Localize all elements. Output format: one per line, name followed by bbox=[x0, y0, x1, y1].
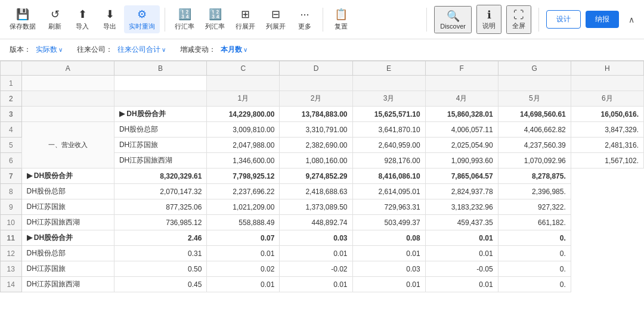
col-g-cell: 4,406,662.82 bbox=[498, 122, 571, 138]
toolbar-sep-4 bbox=[538, 8, 539, 32]
col-a-header: A bbox=[21, 61, 114, 76]
colrate-label: 列汇率 bbox=[205, 22, 225, 31]
table-icon: 📋 bbox=[335, 8, 348, 21]
col-d-cell: 0.02 bbox=[207, 261, 280, 277]
row-number: 1 bbox=[1, 76, 22, 91]
col-g-cell: 14,698,560.61 bbox=[498, 107, 571, 122]
col-c-cell: 2.46 bbox=[114, 230, 206, 246]
refresh-icon: ↺ bbox=[51, 8, 60, 21]
save-button[interactable]: 💾 保存数据 bbox=[5, 5, 41, 33]
rowrate-button[interactable]: 🔢 行汇率 bbox=[170, 5, 199, 33]
col-c-cell: 2,070,147.32 bbox=[114, 184, 206, 199]
col-f-cell: 8,416,086.10 bbox=[352, 168, 425, 184]
report-button[interactable]: 纳报 bbox=[586, 11, 619, 28]
col-f-cell: 729,963.31 bbox=[352, 199, 425, 215]
col-a-cell bbox=[21, 76, 114, 91]
col-e-cell: 0.01 bbox=[280, 277, 352, 292]
col-c-cell: 1,346,600.00 bbox=[207, 153, 280, 168]
change-dropdown[interactable]: 本月数 ∨ bbox=[221, 45, 247, 55]
col-h-cell: 0. bbox=[498, 277, 571, 292]
col-b-cell: DH江苏国旅 bbox=[114, 138, 206, 153]
table-row: 21月2月3月4月5月6月 bbox=[1, 91, 644, 107]
table-button[interactable]: 📋 复置 bbox=[328, 5, 354, 33]
col-e-cell: 0.01 bbox=[280, 246, 352, 261]
col-header-row: A B C D E F G H bbox=[1, 61, 644, 76]
col-h-cell: 0. bbox=[498, 246, 571, 261]
fullscreen-button[interactable]: ⛶ 全屏 bbox=[506, 5, 531, 34]
col-f-cell: 0.01 bbox=[352, 246, 425, 261]
rowrate-label: 行汇率 bbox=[175, 22, 194, 31]
refresh-button[interactable]: ↺ 刷新 bbox=[42, 5, 68, 33]
table-row: 11▶ DH股份合并2.460.070.030.080.010. bbox=[1, 230, 644, 246]
col-f-cell: 15,860,328.01 bbox=[425, 107, 498, 122]
col-e-cell bbox=[352, 76, 425, 91]
col-e-cell: 2,640,959.00 bbox=[352, 138, 425, 153]
col-g-cell: 7,865,064.57 bbox=[425, 168, 498, 184]
col-e-cell: 9,274,852.29 bbox=[280, 168, 352, 184]
col-f-cell bbox=[425, 76, 498, 91]
col-h-cell bbox=[571, 76, 643, 91]
table-label: 复置 bbox=[335, 22, 348, 31]
col-e-cell: 15,625,571.10 bbox=[352, 107, 425, 122]
row-number: 7 bbox=[1, 168, 22, 184]
col-a-cell: 一、营业收入 bbox=[21, 122, 114, 168]
import-icon: ⬆ bbox=[78, 8, 87, 21]
toolbar-sep-1 bbox=[165, 8, 165, 32]
version-dropdown[interactable]: 实际数 ∨ bbox=[36, 45, 63, 55]
discover-icon: 🔍 bbox=[447, 10, 460, 23]
export-label: 导出 bbox=[103, 22, 116, 31]
col-b-cell: DH股份总部 bbox=[114, 122, 206, 138]
rowrate-icon: 🔢 bbox=[178, 8, 191, 21]
col-g-cell bbox=[498, 76, 571, 91]
col-h-cell: 8,278,875. bbox=[498, 168, 571, 184]
collapse-button[interactable]: ∧ bbox=[624, 11, 639, 28]
col-g-cell: 1,070,092.96 bbox=[498, 153, 571, 168]
col-g-cell: 5月 bbox=[498, 91, 571, 107]
col-g-header: G bbox=[498, 61, 571, 76]
col-d-cell: 2,382,690.00 bbox=[280, 138, 352, 153]
col-g-cell: 2,824,937.78 bbox=[425, 184, 498, 199]
col-c-cell: 0.50 bbox=[114, 261, 206, 277]
discover-button[interactable]: 🔍 Discover bbox=[434, 6, 472, 33]
import-button[interactable]: ⬆ 导入 bbox=[69, 5, 95, 33]
col-b-cell: DH江苏国旅西湖 bbox=[114, 153, 206, 168]
colexpand-icon: ⊟ bbox=[271, 8, 280, 21]
col-g-cell: 4,237,560.39 bbox=[498, 138, 571, 153]
col-e-cell: 3,641,870.10 bbox=[352, 122, 425, 138]
row-number: 8 bbox=[1, 184, 22, 199]
company-arrow: ∨ bbox=[162, 46, 166, 53]
col-d-cell: 0.01 bbox=[207, 277, 280, 292]
col-e-cell: 3月 bbox=[352, 91, 425, 107]
table-row: 4一、营业收入DH股份总部3,009,810.003,310,791.003,6… bbox=[1, 122, 644, 138]
export-button[interactable]: ⬇ 导出 bbox=[97, 5, 123, 33]
col-d-cell: 0.07 bbox=[207, 230, 280, 246]
company-dropdown[interactable]: 往来公司合计 ∨ bbox=[117, 45, 166, 55]
col-c-cell: 877,325.06 bbox=[114, 199, 206, 215]
table-row: 12DH股份总部0.310.010.010.010.010. bbox=[1, 246, 644, 261]
col-d-cell: 2,237,696.22 bbox=[207, 184, 280, 199]
colexpand-button[interactable]: ⊟ 列展开 bbox=[261, 5, 290, 33]
data-table: A B C D E F G H 121月2月3月4月5月6月3▶ DH股份合并1… bbox=[0, 61, 644, 292]
col-c-cell: 0.31 bbox=[114, 246, 206, 261]
col-h-cell: 1,567,102. bbox=[571, 153, 643, 168]
rowexpand-button[interactable]: ⊞ 行展开 bbox=[231, 5, 260, 33]
col-g-cell: 0.01 bbox=[425, 277, 498, 292]
table-row: 3▶ DH股份合并14,229,800.0013,784,883.0015,62… bbox=[1, 107, 644, 122]
table-row: 14DH江苏国旅西湖0.450.010.010.010.010. bbox=[1, 277, 644, 292]
colrate-button[interactable]: 🔢 列汇率 bbox=[200, 5, 230, 33]
col-rownum bbox=[1, 61, 22, 76]
row-number: 5 bbox=[1, 138, 22, 153]
col-c-cell: 3,009,810.00 bbox=[207, 122, 280, 138]
rowexpand-label: 行展开 bbox=[236, 22, 255, 31]
explain-button[interactable]: ℹ 说明 bbox=[476, 5, 501, 34]
more-button[interactable]: ··· 更多 bbox=[292, 6, 318, 33]
more-label: 更多 bbox=[298, 22, 311, 31]
col-g-cell: 0.01 bbox=[425, 246, 498, 261]
col-b-header: B bbox=[114, 61, 206, 76]
col-f-cell: 503,499.37 bbox=[352, 215, 425, 230]
realtime-button[interactable]: ⚙ 实时重询 bbox=[124, 5, 160, 33]
realtime-icon: ⚙ bbox=[137, 8, 147, 21]
col-b-cell: DH江苏国旅 bbox=[21, 199, 114, 215]
export-icon: ⬇ bbox=[106, 8, 114, 21]
design-button[interactable]: 设计 bbox=[546, 10, 581, 29]
